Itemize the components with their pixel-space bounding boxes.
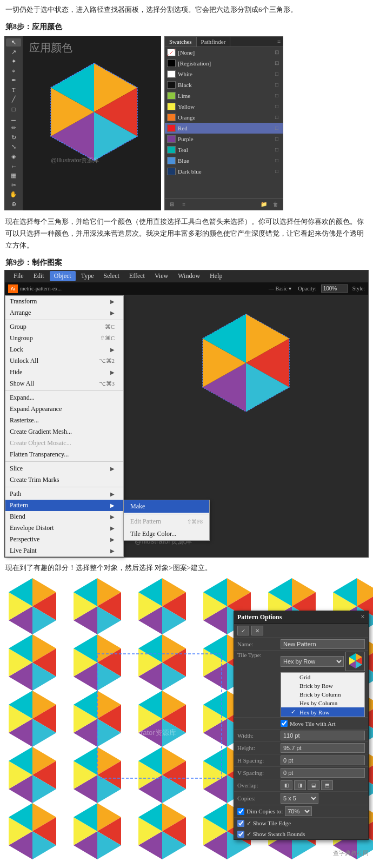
- step8-graphic-area: ↖ ↗ ✦ ⌖ ✒ T ╱ □ ⚊ ✏ ↻ ⤡ ◈ 𝈩 ▦ ✂ ✋ ⊕ 应用颜色: [4, 36, 161, 210]
- blend-tool[interactable]: ◈: [6, 153, 21, 161]
- expand-item[interactable]: Expand...: [5, 392, 123, 403]
- envelope-distort-item[interactable]: Envelope Distort▶: [5, 522, 123, 534]
- path-item[interactable]: Path▶: [5, 488, 123, 500]
- rotate-tool[interactable]: ↻: [6, 133, 21, 142]
- swatch-blue[interactable]: Blue □: [165, 155, 283, 166]
- gradient-tool[interactable]: ▦: [6, 171, 21, 180]
- unlock-all-item[interactable]: Unlock All⌥⌘2: [5, 355, 123, 367]
- delete-swatch-icon[interactable]: 🗑: [271, 201, 281, 208]
- scissors-tool[interactable]: ✂: [6, 181, 21, 189]
- pattern-item[interactable]: Pattern▶ Make Edit Pattern⇧⌘F8 Tile Edge…: [5, 500, 123, 511]
- pencil-tool[interactable]: ✏: [6, 124, 21, 132]
- lock-item[interactable]: Lock▶: [5, 344, 123, 355]
- tile-brick-row[interactable]: Brick by Row: [281, 681, 364, 690]
- tile-brick-col[interactable]: Brick by Column: [281, 690, 364, 699]
- swatch-red[interactable]: Red □: [165, 123, 283, 134]
- show-swatch-checkbox[interactable]: [237, 831, 244, 838]
- overlap-btn3[interactable]: ⬓: [308, 780, 319, 790]
- expand-appearance-item[interactable]: Expand Appearance: [5, 403, 123, 415]
- tile-grid[interactable]: Grid: [281, 673, 364, 681]
- po-close-btn[interactable]: ×: [361, 613, 365, 621]
- live-paint-item[interactable]: Live Paint▶: [5, 545, 123, 556]
- select-menu[interactable]: Select: [99, 271, 124, 281]
- pathfinder-tab[interactable]: Pathfinder: [197, 37, 231, 47]
- make-item[interactable]: Make: [124, 500, 209, 513]
- swatch-lib-icon[interactable]: ≡: [179, 201, 189, 208]
- object-mosaic-item[interactable]: Create Object Mosaic...: [5, 438, 123, 449]
- pen-tool[interactable]: ✒: [6, 76, 21, 85]
- zoom-tool[interactable]: ⊕: [6, 200, 21, 208]
- eyedropper-tool[interactable]: 𝈩: [6, 162, 21, 170]
- view-menu[interactable]: View: [150, 271, 172, 281]
- overlap-btn2[interactable]: ◨: [294, 780, 306, 790]
- folder-icon[interactable]: 📁: [259, 201, 269, 208]
- window-menu[interactable]: Window: [174, 271, 204, 281]
- object-menu[interactable]: Object: [50, 271, 76, 281]
- swatch-lime[interactable]: Lime □: [165, 90, 283, 101]
- magic-wand-tool[interactable]: ✦: [6, 57, 21, 66]
- po-name-input[interactable]: [281, 639, 365, 649]
- hand-tool[interactable]: ✋: [6, 190, 21, 199]
- rasterize-item[interactable]: Rasterize...: [5, 415, 123, 426]
- scale-tool[interactable]: ⤡: [6, 143, 21, 151]
- copies-select[interactable]: 5 x 5 3 x 3 7 x 7: [281, 793, 318, 804]
- line-tool[interactable]: ╱: [6, 95, 21, 104]
- panel-menu-btn[interactable]: ≡: [275, 37, 283, 47]
- flatten-item[interactable]: Flatten Transparency...: [5, 449, 123, 460]
- move-tile-checkbox[interactable]: [281, 720, 288, 727]
- opacity-input[interactable]: [321, 284, 348, 293]
- tile-hex-row[interactable]: ✓ Hex by Row: [281, 707, 364, 717]
- hide-item[interactable]: Hide▶: [5, 367, 123, 378]
- arrange-item[interactable]: Arrange▶: [5, 307, 123, 319]
- divider1: [5, 320, 123, 320]
- po-height-row: Height:: [234, 742, 368, 754]
- tile-hex-col[interactable]: Hex by Column: [281, 699, 364, 707]
- swatches-tab[interactable]: Swatches: [165, 37, 197, 47]
- tile-edge-color-item[interactable]: Tile Edge Color...: [124, 528, 209, 540]
- swatch-white[interactable]: White □: [165, 69, 283, 79]
- transform-item[interactable]: Transform▶: [5, 296, 123, 307]
- tile-type-select[interactable]: Hex by Row Grid Brick by Row Brick by Co…: [281, 656, 344, 667]
- dim-checkbox[interactable]: [237, 808, 244, 815]
- swatch-yellow[interactable]: Yellow □: [165, 101, 283, 112]
- po-height-input[interactable]: [281, 743, 365, 753]
- select-tool[interactable]: ↖: [6, 38, 21, 47]
- brush-tool[interactable]: ⚊: [6, 114, 21, 123]
- swatch-purple[interactable]: Purple □: [165, 134, 283, 144]
- show-all-item[interactable]: Show All⌥⌘3: [5, 378, 123, 389]
- swatch-dark-blue[interactable]: Dark blue □: [165, 166, 283, 177]
- effect-menu[interactable]: Effect: [125, 271, 149, 281]
- help-menu[interactable]: Help: [205, 271, 227, 281]
- swatch-registration[interactable]: [Registration] ⊡: [165, 58, 283, 69]
- po-save-btn[interactable]: ✓: [237, 626, 249, 635]
- swatch-none[interactable]: [None] ⊡: [165, 47, 283, 58]
- po-vspacing-input[interactable]: [281, 768, 365, 778]
- swatch-black[interactable]: Black □: [165, 79, 283, 90]
- trim-marks-item[interactable]: Create Trim Marks: [5, 474, 123, 486]
- lasso-tool[interactable]: ⌖: [6, 67, 21, 75]
- type-tool[interactable]: T: [6, 86, 21, 95]
- overlap-btn1[interactable]: ◧: [281, 780, 292, 790]
- swatch-icon-yellow: □: [273, 103, 281, 110]
- type-menu[interactable]: Type: [77, 271, 98, 281]
- overlap-btn4[interactable]: ⬒: [321, 780, 333, 790]
- ungroup-item[interactable]: Ungroup⇧⌘C: [5, 333, 123, 344]
- direct-select-tool[interactable]: ↗: [6, 48, 21, 56]
- gradient-mesh-item[interactable]: Create Gradient Mesh...: [5, 426, 123, 438]
- po-width-input[interactable]: [281, 731, 365, 740]
- po-cancel-btn[interactable]: ✕: [251, 626, 263, 635]
- dim-value-select[interactable]: 70% 50%: [285, 806, 312, 816]
- group-item[interactable]: Group⌘C: [5, 321, 123, 333]
- show-tile-checkbox[interactable]: [237, 820, 244, 827]
- blend-item[interactable]: Blend▶: [5, 511, 123, 522]
- rect-tool[interactable]: □: [6, 105, 21, 114]
- po-hspacing-input[interactable]: [281, 756, 365, 765]
- slice-item[interactable]: Slice▶: [5, 463, 123, 474]
- file-menu[interactable]: File: [9, 271, 28, 281]
- edit-pattern-item[interactable]: Edit Pattern⇧⌘F8: [124, 515, 209, 528]
- swatch-teal[interactable]: Teal □: [165, 144, 283, 155]
- swatch-orange[interactable]: Orange □: [165, 112, 283, 123]
- perspective-item[interactable]: Perspective▶: [5, 534, 123, 545]
- edit-menu[interactable]: Edit: [29, 271, 49, 281]
- new-swatch-icon[interactable]: ⊞: [167, 201, 177, 208]
